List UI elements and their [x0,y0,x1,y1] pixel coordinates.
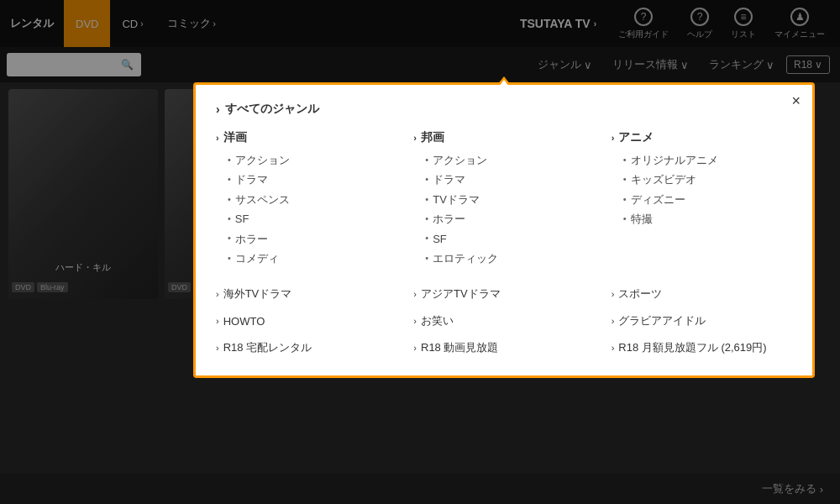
howto-arrow-icon: › [216,316,219,326]
list-item[interactable]: ホラー [228,229,396,249]
list-item[interactable]: キッズビデオ [623,170,792,189]
sports-arrow-icon: › [612,289,615,299]
owarai-link[interactable]: › お笑い [413,310,594,332]
list-item[interactable]: SF [228,209,396,228]
genre-items-western: アクション ドラマ サスペンス SF ホラー コメディ [216,150,396,268]
genre-items-anime: オリジナルアニメ キッズビデオ ディズニー 特撮 [612,150,792,229]
all-genres-arrow-icon: › [216,102,220,116]
genre-header-japanese[interactable]: › 邦画 [413,130,594,145]
overseas-tv-link[interactable]: › 海外TVドラマ [216,283,396,305]
modal-bottom-links: › 海外TVドラマ › アジアTVドラマ › スポーツ › HOWTO › お笑… [216,283,792,359]
western-arrow-icon: › [216,133,219,143]
list-item[interactable]: ディズニー [623,190,792,209]
genre-header-western[interactable]: › 洋画 [216,130,396,145]
list-item[interactable]: エロティック [425,249,594,268]
r18-rental-link[interactable]: › R18 宅配レンタル [216,337,396,359]
asia-tv-link[interactable]: › アジアTVドラマ [413,283,594,305]
genre-items-japanese: アクション ドラマ TVドラマ ホラー SF エロティック [413,150,594,268]
list-item[interactable]: アクション [228,150,396,170]
genre-header-anime[interactable]: › アニメ [612,130,792,145]
r18-full-arrow-icon: › [612,343,615,353]
howto-link[interactable]: › HOWTO [216,310,396,332]
genre-section-anime: › アニメ オリジナルアニメ キッズビデオ ディズニー 特撮 [612,130,792,268]
asia-tv-arrow-icon: › [413,289,417,299]
list-item[interactable]: ドラマ [228,170,396,189]
r18-streaming-link[interactable]: › R18 動画見放題 [413,337,594,359]
list-item[interactable]: オリジナルアニメ [623,150,792,170]
r18-rental-arrow-icon: › [216,343,219,353]
list-item[interactable]: サスペンス [228,190,396,209]
list-item[interactable]: アクション [425,150,594,170]
genre-section-western: › 洋画 アクション ドラマ サスペンス SF ホラー コメディ [216,130,396,268]
gravure-link[interactable]: › グラビアアイドル [612,310,792,332]
list-item[interactable]: コメディ [228,249,396,268]
list-item[interactable]: ドラマ [425,170,594,189]
owarai-arrow-icon: › [413,316,417,326]
modal-close-button[interactable]: × [791,93,801,108]
list-item[interactable]: 特撮 [623,209,792,228]
genre-modal: × › すべてのジャンル › 洋画 アクション ドラマ サスペンス SF ホラー… [193,82,815,378]
overseas-tv-arrow-icon: › [216,289,219,299]
genre-columns: › 洋画 アクション ドラマ サスペンス SF ホラー コメディ › 邦画 アク… [216,130,792,280]
japanese-arrow-icon: › [413,133,417,143]
all-genres-link[interactable]: › すべてのジャンル [216,102,792,117]
gravure-arrow-icon: › [612,316,615,326]
r18-streaming-arrow-icon: › [413,343,417,353]
list-item[interactable]: TVドラマ [425,190,594,209]
genre-section-japanese: › 邦画 アクション ドラマ TVドラマ ホラー SF エロティック [413,130,594,268]
list-item[interactable]: SF [425,229,594,249]
sports-link[interactable]: › スポーツ [612,283,792,305]
anime-arrow-icon: › [612,133,615,143]
r18-full-link[interactable]: › R18 月額見放題フル (2,619円) [612,337,792,359]
list-item[interactable]: ホラー [425,209,594,228]
modal-triangle-inner [499,80,509,87]
